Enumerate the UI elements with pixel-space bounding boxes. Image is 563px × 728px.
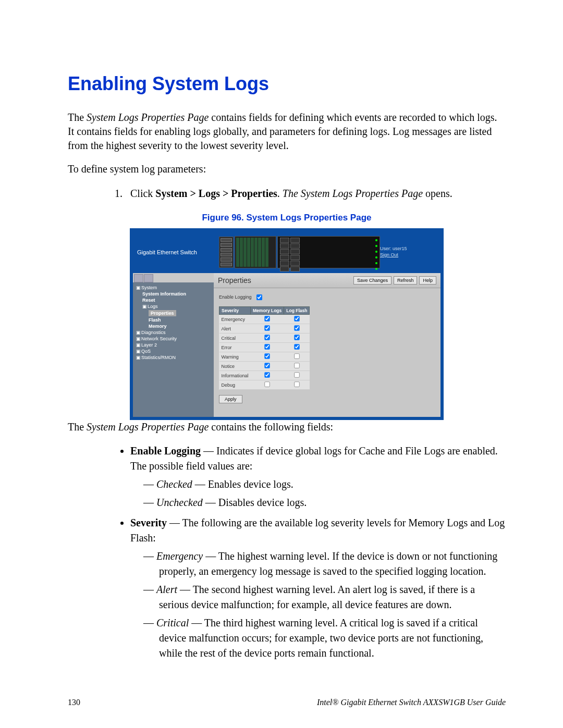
intro-paragraph: The System Logs Properties Page contains…	[68, 110, 506, 153]
sidebar-item[interactable]: ▣QoS	[136, 348, 212, 354]
refresh-button[interactable]: Refresh	[394, 276, 418, 285]
sidebar-item[interactable]: ▣Network Security	[136, 336, 212, 342]
sidebar-item[interactable]: Flash	[136, 317, 212, 323]
table-row: Critical	[219, 334, 310, 343]
user-area: User: user15 Sign Out	[380, 246, 440, 258]
device-slot-bay	[235, 236, 276, 268]
log-flash-checkbox[interactable]	[294, 381, 299, 387]
nav-tree: ▣SystemSystem InformationReset▣LogsPrope…	[133, 282, 214, 363]
guide-title: Intel® Gigabit Ethernet Switch AXXSW1GB …	[317, 698, 506, 707]
sidebar-item[interactable]: ▣Statistics/RMON	[136, 354, 212, 361]
table-row: Notice	[219, 362, 310, 371]
tree-icon: ▣	[136, 342, 140, 348]
field-option: Checked — Enables device logs.	[143, 477, 506, 492]
log-flash-checkbox[interactable]	[294, 344, 299, 349]
device-front-module	[219, 237, 234, 268]
enable-logging-checkbox[interactable]	[256, 294, 262, 300]
log-flash-checkbox[interactable]	[294, 353, 299, 359]
memory-logs-checkbox[interactable]	[264, 381, 270, 387]
sidebar-item-label: Properties	[149, 310, 176, 316]
sidebar-item[interactable]: ▣System	[136, 285, 212, 291]
table-row: Alert	[219, 324, 310, 334]
step-1: Click System > Logs > Properties. The Sy…	[125, 186, 506, 201]
tree-icon: ▣	[136, 285, 140, 290]
severity-name: Critical	[219, 334, 251, 343]
sidebar-item-label: Statistics/RMON	[141, 355, 176, 360]
field-options: Emergency — The highest warning level. I…	[143, 549, 506, 661]
sidebar-item-label: Layer 2	[141, 342, 157, 348]
sidebar-collapse-icon[interactable]	[144, 274, 153, 282]
severity-name: Notice	[219, 362, 251, 371]
embedded-screenshot: Gigabit Ethernet Switch User: user15	[130, 228, 444, 420]
log-flash-checkbox[interactable]	[294, 316, 299, 321]
sidebar-item-label: Reset	[142, 298, 155, 303]
sidebar-item[interactable]: System Information	[136, 291, 212, 297]
table-row: Error	[219, 343, 310, 352]
memory-logs-checkbox[interactable]	[264, 353, 270, 359]
log-flash-checkbox[interactable]	[294, 372, 299, 377]
sidebar-item-label: System	[141, 285, 157, 290]
log-flash-checkbox[interactable]	[294, 363, 299, 368]
content-panel: Properties Save Changes Refresh Help Ena…	[214, 273, 440, 417]
field-option: Critical — The third highest warning lev…	[143, 615, 506, 661]
memory-logs-checkbox[interactable]	[264, 372, 270, 377]
severity-name: Error	[219, 343, 251, 352]
tree-icon: ▣	[136, 330, 140, 335]
memory-logs-checkbox[interactable]	[264, 325, 270, 330]
col-log-flash: Log Flash	[284, 307, 310, 315]
sidebar-item[interactable]: Reset	[136, 297, 212, 303]
tree-icon: ▣	[136, 349, 140, 354]
sidebar-item[interactable]: Properties	[136, 310, 212, 317]
log-flash-checkbox[interactable]	[294, 335, 299, 340]
col-memory-logs: Memory Logs	[251, 307, 284, 315]
memory-logs-checkbox[interactable]	[264, 335, 270, 340]
fields-intro: The System Logs Properties Page contains…	[68, 420, 506, 434]
table-row: Debug	[219, 380, 310, 390]
memory-logs-checkbox[interactable]	[264, 363, 270, 368]
sidebar-item-label: QoS	[141, 349, 151, 354]
severity-name: Alert	[219, 324, 251, 334]
sidebar-item[interactable]: ▣Logs	[136, 303, 212, 310]
tree-icon: ▣	[136, 355, 140, 360]
help-button[interactable]: Help	[419, 276, 436, 285]
memory-logs-checkbox[interactable]	[264, 344, 270, 349]
sidebar-item[interactable]: ▣Layer 2	[136, 342, 212, 348]
sidebar-item[interactable]: ▣Diagnostics	[136, 329, 212, 336]
apply-button[interactable]: Apply	[219, 395, 242, 403]
enable-logging-label: Enable Logging	[219, 294, 252, 300]
sidebar-item-label: Memory	[149, 324, 167, 329]
nav-sidebar: ▣SystemSystem InformationReset▣LogsPrope…	[133, 273, 214, 417]
field-option: Unchecked — Disables device logs.	[143, 495, 506, 510]
properties-form: Enable Logging Severity Memory Logs Log …	[214, 288, 440, 408]
field-description: Severity — The following are the availab…	[130, 515, 506, 661]
save-changes-button[interactable]: Save Changes	[353, 276, 391, 285]
field-option: Alert — The second highest warning level…	[143, 582, 506, 612]
field-option: Emergency — The highest warning level. I…	[143, 549, 506, 579]
severity-name: Debug	[219, 380, 251, 390]
severity-name: Informational	[219, 371, 251, 380]
panel-title: Properties	[218, 276, 251, 285]
sidebar-item[interactable]: Memory	[136, 323, 212, 329]
page-number: 130	[68, 698, 80, 707]
sidebar-item-label: Logs	[148, 304, 158, 309]
severity-table: Severity Memory Logs Log Flash Emergency…	[219, 306, 310, 390]
col-severity: Severity	[219, 307, 251, 315]
define-line: To define system log parameters:	[68, 162, 506, 176]
log-flash-checkbox[interactable]	[294, 325, 299, 330]
app-header: Gigabit Ethernet Switch User: user15	[133, 231, 440, 273]
sidebar-item-label: Network Security	[141, 336, 177, 341]
panel-titlebar: Properties Save Changes Refresh Help	[214, 273, 440, 288]
enable-logging-row: Enable Logging	[219, 292, 435, 302]
memory-logs-checkbox[interactable]	[264, 316, 270, 321]
sidebar-item-label: Flash	[149, 317, 161, 323]
sign-out-link[interactable]: Sign Out	[380, 252, 437, 258]
sidebar-expand-icon[interactable]	[134, 274, 143, 282]
page-footer: 130 Intel® Gigabit Ethernet Switch AXXSW…	[68, 698, 506, 707]
figure-caption: Figure 96. System Logs Properties Page	[68, 213, 506, 223]
table-row: Emergency	[219, 315, 310, 324]
user-label: User: user15	[380, 246, 437, 252]
sidebar-item-label: System Information	[142, 291, 186, 297]
severity-name: Warning	[219, 352, 251, 362]
steps-list: Click System > Logs > Properties. The Sy…	[112, 186, 506, 201]
brand-label: Gigabit Ethernet Switch	[133, 249, 218, 255]
